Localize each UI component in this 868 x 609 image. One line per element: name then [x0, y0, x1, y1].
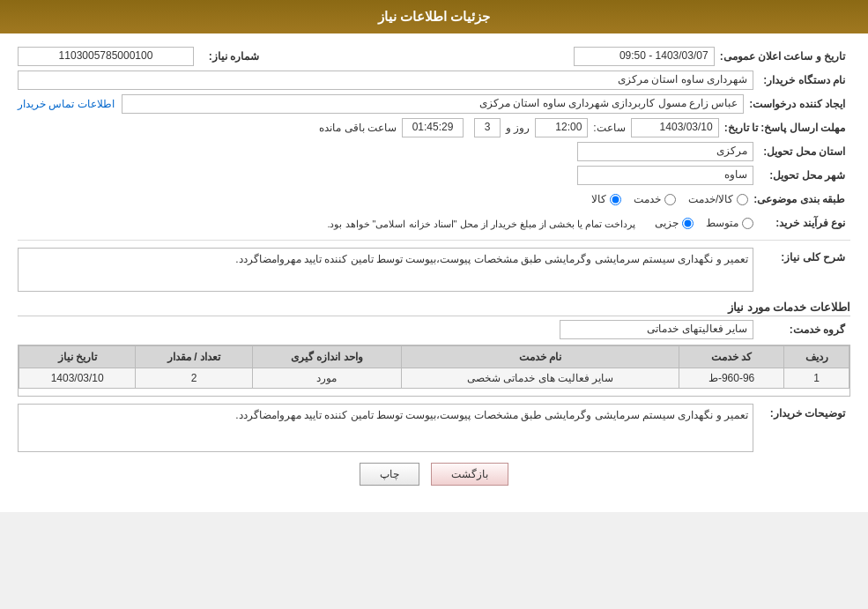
col-unit: واحد اندازه گیری [252, 346, 401, 368]
category-khedmat-label: خدمت [634, 193, 661, 205]
table-cell-5: 1403/03/10 [19, 368, 136, 389]
response-days: 3 [474, 118, 501, 137]
contact-link[interactable]: اطلاعات تماس خریدار [18, 98, 115, 110]
process-jozvi-option[interactable]: جزیی [655, 217, 694, 229]
delivery-city-label: شهر محل تحویل: [753, 166, 850, 185]
delivery-province-label: استان محل تحویل: [753, 142, 850, 161]
delivery-city-value: ساوه [577, 166, 753, 185]
service-group-label: گروه خدمت: [753, 320, 850, 339]
process-label: نوع فرآیند خرید: [753, 213, 850, 233]
services-section-title: اطلاعات خدمات مورد نیاز [18, 301, 850, 316]
separator-1 [18, 240, 850, 241]
process-motevaset-option[interactable]: متوسط [706, 217, 753, 229]
table-cell-1: 960-96-ط [679, 368, 784, 389]
category-kala-khedmat-radio[interactable] [737, 194, 748, 205]
need-description-label: شرح کلی نیاز: [753, 248, 850, 267]
response-time: 12:00 [535, 118, 588, 137]
response-date: 1403/03/10 [631, 118, 719, 137]
services-table: ردیف کد خدمت نام خدمت واحد اندازه گیری ت… [19, 345, 849, 389]
services-table-wrapper: ردیف کد خدمت نام خدمت واحد اندازه گیری ت… [18, 345, 850, 397]
process-notice: پرداخت تمام یا بخشی از مبلغ خریدار از مح… [327, 219, 635, 230]
process-motevaset-radio[interactable] [742, 218, 753, 229]
col-date: تاریخ نیاز [19, 346, 136, 368]
category-khedmat-option[interactable]: خدمت [634, 193, 676, 205]
category-khedmat-radio[interactable] [664, 194, 676, 205]
buyer-org-value: شهرداری ساوه استان مرکزی [18, 71, 753, 90]
announcement-value: 1403/03/07 - 09:50 [574, 47, 715, 66]
category-kala-option[interactable]: کالا [591, 193, 621, 205]
need-description-value: تعمیر و نگهداری سیستم سرمایشی وگرمایشی ط… [18, 248, 753, 292]
page-title: جزئیات اطلاعات نیاز [378, 9, 490, 24]
buyer-org-label: نام دستگاه خریدار: [753, 71, 850, 90]
back-button[interactable]: بازگشت [431, 463, 508, 486]
col-name: نام خدمت [402, 346, 679, 368]
process-motevaset-label: متوسط [706, 217, 738, 229]
table-cell-2: سایر فعالیت های خدماتی شخصی [402, 368, 679, 389]
print-button[interactable]: چاپ [360, 463, 419, 486]
col-code: کد خدمت [679, 346, 784, 368]
category-kala-khedmat-label: کالا/خدمت [688, 193, 733, 205]
page-header: جزئیات اطلاعات نیاز [0, 0, 868, 33]
buttons-row: بازگشت چاپ [18, 463, 850, 499]
table-cell-0: 1 [784, 368, 849, 389]
response-remaining: 01:45:29 [402, 118, 464, 137]
col-row: ردیف [784, 346, 849, 368]
response-deadline-label: مهلت ارسال پاسخ: تا تاریخ: [719, 118, 850, 137]
need-number-value: 1103005785000100 [18, 47, 194, 66]
table-row: 1960-96-طسایر فعالیت های خدماتی شخصیمورد… [19, 368, 849, 389]
response-time-label: ساعت: [593, 122, 625, 134]
table-cell-4: 2 [136, 368, 252, 389]
response-days-label: روز و [506, 122, 530, 134]
buyer-desc-value: تعمیر و نگهداری سیستم سرمایشی وگرمایشی ط… [18, 404, 753, 452]
category-label: طبقه بندی موضوعی: [748, 189, 850, 209]
table-cell-3: مورد [252, 368, 401, 389]
process-jozvi-label: جزیی [655, 217, 679, 229]
category-kala-radio[interactable] [610, 194, 621, 205]
col-qty: تعداد / مقدار [136, 346, 252, 368]
process-jozvi-radio[interactable] [682, 218, 694, 229]
category-radio-group: کالا/خدمت خدمت کالا [591, 193, 748, 205]
announcement-label: تاریخ و ساعت اعلان عمومی: [715, 47, 850, 66]
delivery-province-value: مرکزی [577, 142, 753, 161]
buyer-desc-label: توضیحات خریدار: [753, 404, 850, 423]
category-kala-khedmat-option[interactable]: کالا/خدمت [688, 193, 748, 205]
category-kala-label: کالا [591, 193, 606, 205]
process-radio-group: متوسط جزیی [655, 217, 753, 229]
creator-value: عباس زارع مسول کاربردازی شهرداری ساوه اس… [122, 94, 745, 114]
service-group-value: سایر فعالیتهای خدماتی [560, 320, 753, 339]
creator-label: ایجاد کننده درخواست: [744, 94, 850, 114]
response-remaining-label: ساعت باقی مانده [319, 122, 397, 134]
need-number-label: شماره نیاز: [194, 47, 264, 66]
